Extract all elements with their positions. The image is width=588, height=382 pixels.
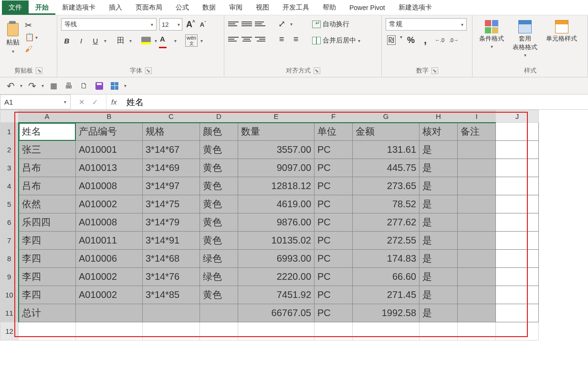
- cell[interactable]: 是: [420, 141, 458, 159]
- cell[interactable]: [496, 195, 539, 213]
- cell[interactable]: 6993.00: [238, 250, 315, 268]
- row-header[interactable]: 3: [0, 159, 19, 177]
- wrap-text-button[interactable]: 自动换行: [310, 18, 362, 31]
- align-middle-icon[interactable]: [242, 19, 252, 29]
- cell[interactable]: [496, 141, 539, 159]
- cell[interactable]: [353, 322, 420, 340]
- cell[interactable]: 78.52: [353, 195, 420, 213]
- align-center-icon[interactable]: [242, 34, 252, 44]
- cell[interactable]: PC: [315, 213, 353, 232]
- cell[interactable]: [496, 268, 539, 286]
- cell[interactable]: 3*14*91: [143, 232, 200, 250]
- border-icon[interactable]: [115, 35, 126, 46]
- menu-formulas[interactable]: 公式: [169, 0, 196, 15]
- cell[interactable]: 张三: [19, 141, 76, 159]
- font-size-select[interactable]: 12▾: [159, 18, 182, 31]
- cell[interactable]: 李四: [19, 268, 76, 286]
- cell[interactable]: 3*14*67: [143, 141, 200, 159]
- column-header[interactable]: B: [76, 110, 143, 123]
- cut-icon[interactable]: [25, 20, 34, 30]
- cell[interactable]: A010008: [76, 177, 143, 195]
- cell[interactable]: [458, 250, 496, 268]
- row-header[interactable]: 7: [0, 232, 19, 250]
- undo-icon[interactable]: [5, 80, 16, 92]
- cell[interactable]: PC: [315, 304, 353, 322]
- cell[interactable]: 277.62: [353, 213, 420, 232]
- cell[interactable]: [458, 232, 496, 250]
- chevron-down-icon[interactable]: ▾: [129, 38, 132, 43]
- align-left-icon[interactable]: [228, 34, 239, 44]
- cell[interactable]: 3*14*68: [143, 250, 200, 268]
- paste-button[interactable]: 粘贴 ▾: [4, 18, 22, 56]
- cell[interactable]: 3*14*79: [143, 213, 200, 232]
- cell[interactable]: 271.45: [353, 286, 420, 304]
- cell[interactable]: 黄色: [200, 177, 238, 195]
- menu-dev[interactable]: 开发工具: [276, 0, 316, 15]
- cell[interactable]: 7451.92: [238, 286, 315, 304]
- row-header[interactable]: 11: [0, 304, 19, 322]
- cell[interactable]: 黄色: [200, 232, 238, 250]
- cell[interactable]: 4619.00: [238, 195, 315, 213]
- cell[interactable]: [458, 159, 496, 177]
- cell[interactable]: PC: [315, 159, 353, 177]
- cell[interactable]: PC: [315, 286, 353, 304]
- cell[interactable]: 2220.00: [238, 268, 315, 286]
- cell[interactable]: 规格: [143, 123, 200, 141]
- phonetic-guide-icon[interactable]: wén文: [185, 34, 198, 47]
- row-header[interactable]: 9: [0, 268, 19, 286]
- cell[interactable]: 是: [420, 177, 458, 195]
- cell[interactable]: [496, 322, 539, 340]
- underline-button[interactable]: U: [90, 35, 101, 46]
- dialog-launcher-icon[interactable]: ⬊: [145, 67, 152, 74]
- cell[interactable]: 174.83: [353, 250, 420, 268]
- cell[interactable]: 3*14*75: [143, 195, 200, 213]
- decrease-decimal-icon[interactable]: [448, 34, 460, 46]
- cell[interactable]: 3*14*85: [143, 286, 200, 304]
- chevron-down-icon[interactable]: ▾: [42, 83, 44, 88]
- align-bottom-icon[interactable]: [255, 19, 265, 29]
- cell[interactable]: A010002: [76, 286, 143, 304]
- menu-file[interactable]: 文件: [2, 0, 29, 15]
- row-header[interactable]: 6: [0, 213, 19, 232]
- cell[interactable]: [143, 322, 200, 340]
- cell[interactable]: 是: [420, 304, 458, 322]
- dialog-launcher-icon[interactable]: ⬊: [36, 67, 42, 74]
- cell[interactable]: 依然: [19, 195, 76, 213]
- cell[interactable]: [496, 286, 539, 304]
- cell[interactable]: [458, 322, 496, 340]
- redo-icon[interactable]: [26, 80, 38, 92]
- row-header[interactable]: 12: [0, 322, 19, 340]
- cell[interactable]: 是: [420, 232, 458, 250]
- menu-review[interactable]: 审阅: [222, 0, 249, 15]
- qat-button[interactable]: ▦: [48, 80, 59, 92]
- cell-styles-button[interactable]: 单元格样式: [543, 18, 580, 45]
- column-header[interactable]: A: [19, 110, 76, 123]
- cell[interactable]: PC: [315, 250, 353, 268]
- cell[interactable]: 绿色: [200, 268, 238, 286]
- cell[interactable]: A010002: [76, 268, 143, 286]
- cell[interactable]: 黄色: [200, 195, 238, 213]
- orientation-icon[interactable]: [276, 18, 287, 30]
- cell[interactable]: [420, 322, 458, 340]
- cell[interactable]: 总计: [19, 304, 76, 322]
- menu-home[interactable]: 开始: [29, 0, 55, 15]
- cell[interactable]: 272.55: [353, 232, 420, 250]
- percent-icon[interactable]: [405, 34, 417, 46]
- cell[interactable]: [238, 322, 315, 340]
- cell[interactable]: A010006: [76, 250, 143, 268]
- menu-help[interactable]: 帮助: [316, 0, 343, 15]
- menu-insert[interactable]: 插入: [102, 0, 129, 15]
- chevron-down-icon[interactable]: ▾: [124, 83, 126, 88]
- cell[interactable]: 核对: [420, 123, 458, 141]
- cell[interactable]: A010002: [76, 195, 143, 213]
- chevron-down-icon[interactable]: ▾: [35, 35, 38, 40]
- cell[interactable]: A010011: [76, 232, 143, 250]
- cell[interactable]: 黄色: [200, 159, 238, 177]
- cell[interactable]: 66767.05: [238, 304, 315, 322]
- cell[interactable]: A010001: [76, 141, 143, 159]
- cell[interactable]: 产品编号: [76, 123, 143, 141]
- menu-data[interactable]: 数据: [196, 0, 222, 15]
- grow-font-icon[interactable]: A^: [185, 19, 196, 31]
- cell[interactable]: 单位: [315, 123, 353, 141]
- cell[interactable]: 3*14*76: [143, 268, 200, 286]
